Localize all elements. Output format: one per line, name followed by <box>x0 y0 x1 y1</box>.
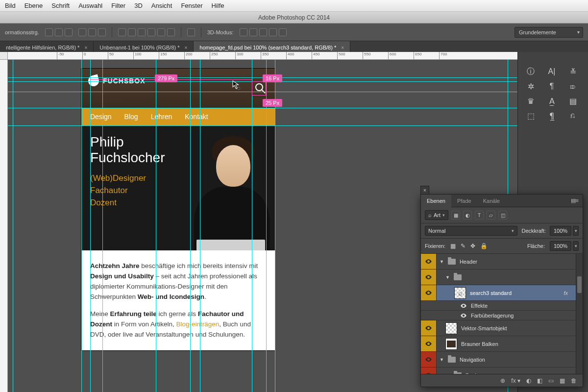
distribute-icon[interactable] <box>157 28 165 36</box>
guide[interactable] <box>102 60 103 392</box>
3d-icon[interactable] <box>269 28 277 36</box>
distribute-icon[interactable] <box>138 28 146 36</box>
filter-adjust-icon[interactable]: ◐ <box>463 211 472 220</box>
3d-icon[interactable] <box>279 28 287 36</box>
guide[interactable] <box>156 60 156 392</box>
workspace-dropdown[interactable]: Grundelemente <box>514 27 583 38</box>
scrollbar[interactable] <box>576 254 583 374</box>
lock-move-icon[interactable]: ✥ <box>470 243 475 249</box>
visibility-toggle[interactable] <box>460 312 467 319</box>
twisty-icon[interactable]: ▼ <box>440 259 444 264</box>
lock-row[interactable]: Fixieren: ▦ ✎ ✥ 🔒 Fläche: 100% ▾ <box>421 239 583 254</box>
menu-item[interactable]: Auswahl <box>78 2 102 9</box>
panel-tab-bar[interactable]: Ebenen Pfade Kanäle ▤≡ <box>421 195 583 207</box>
document-tab[interactable]: ntelligente Hilfslinien, RGB/8) *× <box>0 41 94 52</box>
guide[interactable] <box>8 108 588 108</box>
layers-palette-icon[interactable]: ♛ <box>523 95 539 107</box>
guide[interactable] <box>200 60 200 392</box>
guide[interactable] <box>266 60 267 392</box>
auto-align-icon[interactable] <box>187 28 195 36</box>
layers-panel[interactable]: × Ebenen Pfade Kanäle ▤≡ ⌕ Art ▦ ◐ T ▱ ◫… <box>420 194 583 387</box>
horizontal-ruler[interactable]: -50 0 50 100 150 200 250 300 350 400 450… <box>8 52 588 60</box>
align-icon[interactable] <box>45 28 53 36</box>
char-styles-icon[interactable]: A̲ <box>544 95 560 107</box>
align-icon[interactable] <box>78 28 86 36</box>
document-tab[interactable]: Unbenannt-1 bei 100% (RGB/8) *× <box>94 41 194 52</box>
document-canvas[interactable]: FUCHSBOX Design Blog Lehren Kontakt Phil… <box>81 69 275 350</box>
twisty-icon[interactable]: ▼ <box>445 275 450 280</box>
visibility-toggle[interactable] <box>421 368 437 374</box>
lock-brush-icon[interactable]: ✎ <box>461 243 466 249</box>
visibility-toggle[interactable] <box>421 254 437 269</box>
guide[interactable] <box>90 60 91 392</box>
layer-item[interactable]: Brauner Balken <box>421 336 583 352</box>
layer-item-selected[interactable]: search3 standardfx⌃ <box>421 285 583 301</box>
3d-icon[interactable] <box>240 28 247 36</box>
menu-item[interactable]: Ansicht <box>151 2 172 9</box>
glyph-panel-icon[interactable]: ⎄ <box>565 80 581 92</box>
filter-shape-icon[interactable]: ▱ <box>487 211 495 220</box>
visibility-toggle[interactable] <box>421 320 437 336</box>
layer-thumbnail[interactable] <box>445 338 457 350</box>
menu-item[interactable]: Hilfe <box>212 2 224 9</box>
adjustment-layer-icon[interactable]: ◧ <box>537 377 542 384</box>
styles-icon[interactable]: ¶̲ <box>544 110 560 122</box>
3d-icon[interactable] <box>259 28 267 36</box>
3d-mode-group[interactable] <box>240 28 287 36</box>
3d-icon[interactable] <box>249 28 257 36</box>
panel-tab-channels[interactable]: Kanäle <box>477 195 506 207</box>
opacity-stepper-icon[interactable]: ▾ <box>573 226 579 236</box>
selection-box[interactable] <box>252 81 266 96</box>
panel-tab-layers[interactable]: Ebenen <box>421 195 451 207</box>
menu-item[interactable]: 3D <box>134 2 143 9</box>
vertical-ruler[interactable] <box>0 60 8 392</box>
close-icon[interactable]: × <box>185 45 188 50</box>
link-layers-icon[interactable]: ⊕ <box>500 377 505 384</box>
distribute-icon[interactable] <box>147 28 155 36</box>
distribute-icon[interactable] <box>118 28 126 36</box>
align-icon[interactable] <box>88 28 96 36</box>
close-icon[interactable]: × <box>84 45 87 50</box>
document-tab-bar[interactable]: ntelligente Hilfslinien, RGB/8) *× Unben… <box>0 41 588 52</box>
distribute-group[interactable] <box>118 28 175 36</box>
visibility-toggle[interactable] <box>421 270 437 285</box>
guide[interactable] <box>8 81 588 82</box>
layer-thumbnail[interactable] <box>454 287 466 299</box>
guide[interactable] <box>8 77 588 78</box>
align-left-group[interactable] <box>45 28 73 36</box>
align-icon[interactable] <box>55 28 63 36</box>
layer-effects-header[interactable]: Effekte <box>421 301 583 311</box>
align-icon[interactable] <box>65 28 73 36</box>
menu-item[interactable]: Schrift <box>51 2 70 9</box>
lock-all-icon[interactable]: 🔒 <box>480 243 488 249</box>
blend-row[interactable]: Normal Deckkraft: 100% ▾ <box>421 223 583 239</box>
menu-item[interactable]: Ebene <box>24 2 43 9</box>
trash-icon[interactable]: 🗑 <box>571 377 577 384</box>
swatches-icon[interactable]: ▤ <box>565 95 581 107</box>
guide[interactable] <box>81 60 82 392</box>
layer-group[interactable]: ▼Header <box>421 254 583 270</box>
layer-group[interactable]: ▼Navigation <box>421 352 583 368</box>
opacity-value[interactable]: 100% <box>550 226 571 236</box>
twisty-icon[interactable]: ▼ <box>445 373 450 374</box>
close-panel-icon[interactable]: × <box>420 186 429 195</box>
filter-kind-dropdown[interactable]: ⌕ Art <box>425 210 448 220</box>
layer-mask-icon[interactable]: ◐ <box>526 377 531 384</box>
new-group-icon[interactable]: ▭ <box>548 377 554 384</box>
os-menu-bar[interactable]: Bild Ebene Schrift Auswahl Filter 3D Ans… <box>0 0 588 12</box>
twisty-icon[interactable]: ▼ <box>440 357 444 362</box>
close-icon[interactable]: × <box>341 45 344 50</box>
distribute-icon[interactable] <box>167 28 175 36</box>
filter-type-icon[interactable]: T <box>475 211 484 220</box>
visibility-toggle[interactable] <box>421 285 437 300</box>
guide[interactable] <box>8 92 588 92</box>
layer-thumbnail[interactable] <box>445 322 457 334</box>
options-bar[interactable]: ormationsstrg. 3D-Modus: Grundelemente <box>0 24 588 41</box>
paragraph-styles-icon[interactable]: ≚ <box>565 66 581 77</box>
lock-pixels-icon[interactable]: ▦ <box>450 243 456 249</box>
visibility-toggle[interactable] <box>421 352 437 367</box>
fx-menu-icon[interactable]: fx ▾ <box>511 377 520 384</box>
filter-pixel-icon[interactable]: ▦ <box>451 211 460 220</box>
layer-effect-item[interactable]: Farbüberlagerung <box>421 311 583 320</box>
fill-value[interactable]: 100% <box>550 241 571 251</box>
